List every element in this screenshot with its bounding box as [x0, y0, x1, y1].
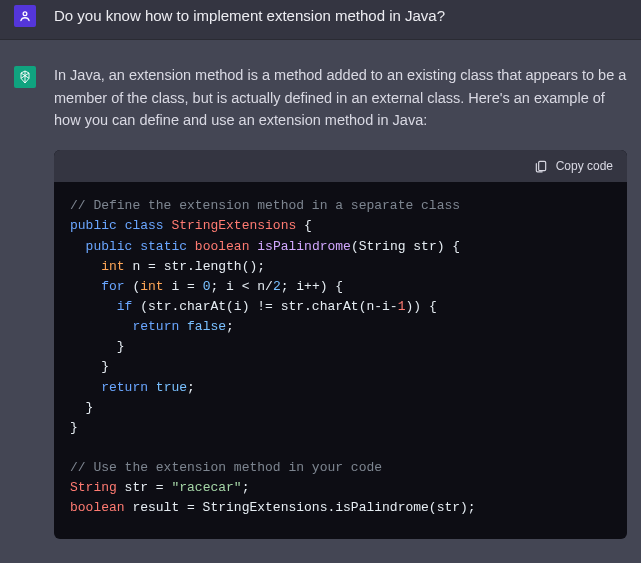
- user-avatar: [14, 5, 36, 27]
- user-message-text: Do you know how to implement extension m…: [54, 4, 627, 27]
- code-text: n = str.length();: [125, 259, 265, 274]
- code-block: Copy code // Define the extension method…: [54, 150, 627, 539]
- openai-logo-icon: [17, 69, 33, 85]
- code-string: "racecar": [171, 480, 241, 495]
- code-keyword: if: [117, 299, 133, 314]
- svg-point-0: [23, 11, 27, 15]
- code-type: String: [70, 480, 117, 495]
- code-text: {: [296, 218, 312, 233]
- code-text: str =: [117, 480, 172, 495]
- code-brace: }: [86, 400, 94, 415]
- code-text: result = StringExtensions.isPalindrome(s…: [125, 500, 476, 515]
- code-keyword: public: [86, 239, 133, 254]
- code-brace: }: [70, 420, 78, 435]
- assistant-message-row: In Java, an extension method is a method…: [0, 40, 641, 562]
- code-body: // Define the extension method in a sepa…: [54, 182, 627, 538]
- assistant-message-content: In Java, an extension method is a method…: [54, 64, 627, 538]
- copy-code-label[interactable]: Copy code: [556, 157, 613, 176]
- code-number: 2: [273, 279, 281, 294]
- code-text: (: [125, 279, 141, 294]
- chat-container: Do you know how to implement extension m…: [0, 0, 641, 563]
- clipboard-icon[interactable]: [534, 159, 548, 173]
- assistant-avatar: [14, 66, 36, 88]
- code-keyword: return: [101, 380, 148, 395]
- code-type: boolean: [195, 239, 250, 254]
- assistant-intro-text: In Java, an extension method is a method…: [54, 64, 627, 131]
- code-keyword: for: [101, 279, 124, 294]
- code-text: ;: [187, 380, 195, 395]
- code-keyword: public: [70, 218, 117, 233]
- code-keyword: static: [140, 239, 187, 254]
- code-text: (str.charAt(i) != str.charAt(n-i-: [132, 299, 397, 314]
- code-boolean: false: [187, 319, 226, 334]
- code-text: ; i++) {: [281, 279, 343, 294]
- code-type: boolean: [70, 500, 125, 515]
- code-text: )) {: [405, 299, 436, 314]
- code-classname: StringExtensions: [171, 218, 296, 233]
- user-icon: [18, 9, 32, 23]
- code-text: (String str) {: [351, 239, 460, 254]
- code-text: ;: [226, 319, 234, 334]
- code-header: Copy code: [54, 150, 627, 183]
- code-type: int: [140, 279, 163, 294]
- svg-rect-1: [538, 161, 545, 170]
- code-text: i =: [164, 279, 203, 294]
- code-method: isPalindrome: [257, 239, 351, 254]
- code-text: ;: [242, 480, 250, 495]
- code-boolean: true: [156, 380, 187, 395]
- code-comment: // Use the extension method in your code: [70, 460, 382, 475]
- code-brace: }: [101, 359, 109, 374]
- code-comment: // Define the extension method in a sepa…: [70, 198, 460, 213]
- code-text: ; i < n/: [210, 279, 272, 294]
- code-brace: }: [117, 339, 125, 354]
- code-type: int: [101, 259, 124, 274]
- code-keyword: class: [125, 218, 164, 233]
- user-message-row: Do you know how to implement extension m…: [0, 0, 641, 40]
- code-keyword: return: [132, 319, 179, 334]
